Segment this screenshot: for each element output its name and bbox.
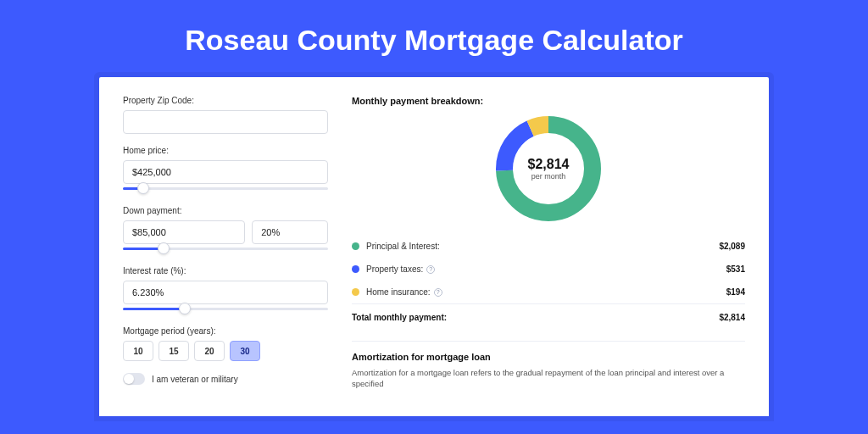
down-label: Down payment: [123, 206, 328, 215]
period-label: Mortgage period (years): [123, 326, 328, 336]
donut-chart: $2,814 per month [352, 111, 745, 230]
legend: Principal & Interest:$2,089Property taxe… [352, 235, 745, 329]
legend-value: $194 [726, 287, 745, 297]
legend-dot [352, 288, 359, 296]
rate-label: Interest rate (%): [123, 266, 328, 275]
rate-input[interactable] [123, 281, 328, 304]
zip-label: Property Zip Code: [123, 96, 328, 105]
legend-label: Property taxes: ? [366, 264, 726, 274]
rate-slider-fill [123, 308, 185, 310]
price-label: Home price: [123, 146, 328, 155]
down-slider-thumb[interactable] [158, 242, 170, 254]
legend-dot [352, 242, 359, 250]
veteran-toggle[interactable] [123, 373, 145, 385]
veteran-row: I am veteran or military [123, 373, 328, 385]
calculator-card: Property Zip Code: Home price: Down paym… [99, 77, 769, 416]
down-percent-input[interactable] [252, 220, 328, 244]
form-panel: Property Zip Code: Home price: Down paym… [123, 96, 328, 416]
total-label: Total monthly payment: [352, 313, 719, 322]
period-btn-10[interactable]: 10 [123, 341, 153, 361]
legend-value: $531 [726, 264, 745, 274]
amortization-title: Amortization for mortgage loan [352, 352, 745, 362]
legend-total-row: Total monthly payment:$2,814 [352, 303, 745, 329]
donut-amount: $2,814 [528, 157, 570, 172]
price-slider[interactable] [123, 182, 328, 194]
amortization-section: Amortization for mortgage loan Amortizat… [352, 341, 745, 390]
period-btn-30[interactable]: 30 [230, 341, 260, 361]
legend-row-0: Principal & Interest:$2,089 [352, 235, 745, 258]
period-group: Mortgage period (years): 10152030 [123, 326, 328, 361]
legend-label: Home insurance: ? [366, 287, 726, 297]
donut-sub: per month [531, 172, 566, 181]
down-amount-input[interactable] [123, 220, 245, 244]
zip-input[interactable] [123, 110, 328, 134]
legend-value: $2,089 [719, 242, 745, 251]
amortization-body: Amortization for a mortgage loan refers … [352, 367, 745, 390]
page-title: Roseau County Mortgage Calculator [0, 0, 868, 77]
total-value: $2,814 [719, 313, 745, 322]
info-icon[interactable]: ? [426, 265, 435, 274]
period-btn-20[interactable]: 20 [194, 341, 225, 361]
legend-row-2: Home insurance: ?$194 [352, 281, 745, 303]
breakdown-panel: Monthly payment breakdown: $2,814 per mo… [352, 96, 745, 416]
rate-slider[interactable] [123, 303, 328, 314]
period-options: 10152030 [123, 341, 328, 361]
price-group: Home price: [123, 146, 328, 194]
price-slider-thumb[interactable] [137, 182, 149, 194]
down-group: Down payment: [123, 206, 328, 254]
info-icon[interactable]: ? [434, 288, 442, 297]
breakdown-title: Monthly payment breakdown: [352, 96, 745, 106]
price-input[interactable] [123, 160, 328, 184]
zip-group: Property Zip Code: [123, 96, 328, 134]
veteran-label: I am veteran or military [152, 375, 238, 384]
rate-slider-thumb[interactable] [179, 303, 191, 314]
period-btn-15[interactable]: 15 [159, 341, 189, 361]
legend-label: Principal & Interest: [366, 242, 719, 251]
down-slider[interactable] [123, 242, 328, 254]
legend-dot [352, 265, 359, 273]
rate-group: Interest rate (%): [123, 266, 328, 314]
legend-row-1: Property taxes: ?$531 [352, 258, 745, 281]
